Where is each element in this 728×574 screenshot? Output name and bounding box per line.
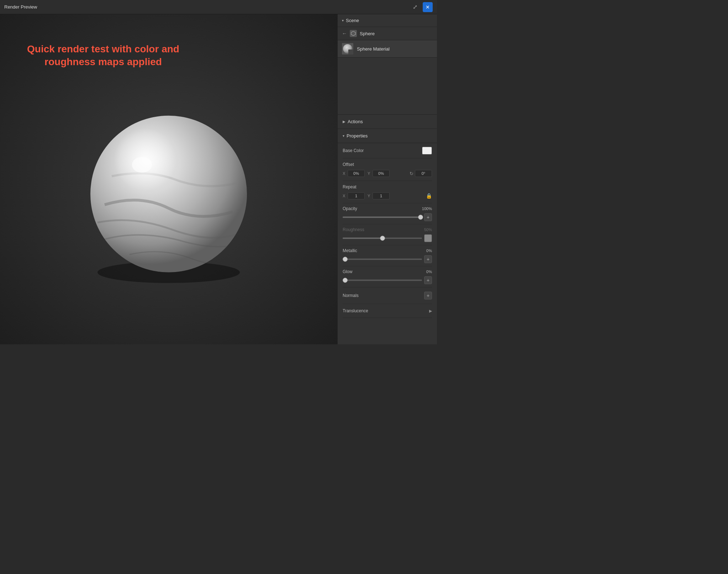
svg-point-7 bbox=[343, 44, 352, 53]
base-color-swatch[interactable] bbox=[422, 147, 432, 155]
roughness-slider[interactable] bbox=[343, 238, 422, 239]
scene-title: Scene bbox=[346, 18, 359, 23]
repeat-x-group: X 1 bbox=[343, 192, 365, 199]
sphere-container bbox=[76, 105, 261, 291]
scene-header[interactable]: ▾ Scene bbox=[338, 14, 437, 27]
repeat-y-input[interactable]: 1 bbox=[373, 192, 390, 199]
properties-title: Properties bbox=[347, 133, 368, 139]
base-color-label: Base Color bbox=[343, 148, 364, 153]
roughness-slider-container bbox=[343, 234, 432, 242]
material-thumbnail bbox=[342, 43, 353, 54]
opacity-value: 100% bbox=[422, 207, 432, 211]
offset-y-input[interactable]: 0% bbox=[373, 170, 390, 177]
spacer-area bbox=[338, 58, 437, 115]
glow-slider-container: + bbox=[343, 276, 432, 284]
glow-thumb[interactable] bbox=[343, 278, 348, 283]
offset-values: X 0% Y 0% ↻ 0° bbox=[343, 170, 432, 177]
rotate-icon: ↻ bbox=[410, 171, 413, 176]
normals-label: Normals bbox=[343, 293, 359, 298]
roughness-fill bbox=[343, 238, 383, 239]
scene-chevron-icon: ▾ bbox=[342, 19, 344, 22]
title-bar: Render Preview ⤢ ✕ bbox=[0, 0, 437, 14]
svg-point-9 bbox=[349, 50, 352, 53]
offset-x-input[interactable]: 0% bbox=[348, 170, 365, 177]
roughness-value: 50% bbox=[424, 228, 432, 232]
breadcrumb-label: Sphere bbox=[360, 31, 375, 36]
object-icon bbox=[350, 30, 357, 37]
repeat-y-group: Y 1 bbox=[368, 192, 390, 199]
repeat-label: Repeat bbox=[343, 184, 432, 189]
offset-x-axis-label: X bbox=[343, 171, 346, 176]
properties-section: ▾ Properties Base Color Offset X bbox=[338, 129, 437, 318]
right-panel: ▾ Scene ← Sphere bbox=[337, 14, 437, 344]
opacity-header: Opacity 100% bbox=[343, 206, 432, 211]
normals-row: Normals + bbox=[343, 287, 432, 304]
repeat-values: X 1 Y 1 🔒 bbox=[343, 192, 432, 199]
roughness-header: Roughness 50% bbox=[343, 227, 432, 232]
opacity-thumb[interactable] bbox=[418, 215, 423, 220]
metallic-thumb[interactable] bbox=[343, 257, 348, 262]
render-overlay-text: Quick render test with color and roughne… bbox=[14, 43, 192, 69]
glow-value: 0% bbox=[426, 270, 432, 274]
opacity-slider[interactable] bbox=[343, 216, 422, 218]
metallic-row: Metallic 0% + bbox=[343, 245, 432, 266]
opacity-label: Opacity bbox=[343, 206, 357, 211]
metallic-label: Metallic bbox=[343, 248, 357, 253]
lock-icon[interactable]: 🔒 bbox=[426, 193, 432, 199]
repeat-x-input[interactable]: 1 bbox=[348, 192, 365, 199]
metallic-slider-container: + bbox=[343, 255, 432, 263]
rotate-group: ↻ 0° bbox=[410, 170, 432, 177]
svg-marker-5 bbox=[351, 31, 355, 36]
translucence-chevron-icon: ▶ bbox=[429, 309, 432, 313]
properties-header[interactable]: ▾ Properties bbox=[338, 129, 437, 143]
glow-slider[interactable] bbox=[343, 280, 422, 281]
window-title: Render Preview bbox=[4, 4, 37, 10]
svg-rect-8 bbox=[348, 49, 353, 54]
minimize-button[interactable]: ⤢ bbox=[410, 2, 420, 12]
roughness-row: Roughness 50% bbox=[343, 224, 432, 245]
rotate-input[interactable]: 0° bbox=[415, 170, 432, 177]
translucence-label: Translucence bbox=[343, 308, 368, 313]
base-color-row: Base Color bbox=[343, 143, 432, 158]
translucence-row: Translucence ▶ bbox=[343, 304, 432, 318]
glow-label: Glow bbox=[343, 269, 352, 274]
minimize-icon: ⤢ bbox=[413, 4, 417, 10]
metallic-value: 0% bbox=[426, 249, 432, 253]
roughness-swatch-button[interactable] bbox=[424, 234, 432, 242]
glow-row: Glow 0% + bbox=[343, 266, 432, 287]
glow-header: Glow 0% bbox=[343, 269, 432, 274]
actions-section[interactable]: ▶ Actions bbox=[338, 115, 437, 129]
roughness-thumb[interactable] bbox=[380, 236, 385, 241]
opacity-slider-container: + bbox=[343, 213, 432, 221]
roughness-label: Roughness bbox=[343, 227, 364, 232]
offset-y-group: Y 0% bbox=[368, 170, 390, 177]
render-area: Quick render test with color and roughne… bbox=[0, 14, 337, 344]
material-name: Sphere Material bbox=[357, 46, 390, 52]
opacity-add-button[interactable]: + bbox=[424, 213, 432, 221]
repeat-x-axis-label: X bbox=[343, 194, 346, 198]
actions-chevron-icon: ▶ bbox=[343, 120, 345, 124]
metallic-slider[interactable] bbox=[343, 259, 422, 260]
properties-chevron-icon: ▾ bbox=[343, 134, 344, 138]
metallic-add-button[interactable]: + bbox=[424, 255, 432, 263]
svg-point-3 bbox=[90, 115, 247, 272]
normals-add-button[interactable]: + bbox=[424, 292, 432, 299]
offset-y-axis-label: Y bbox=[368, 171, 371, 176]
back-button[interactable]: ← bbox=[342, 31, 347, 36]
actions-title: Actions bbox=[348, 119, 363, 124]
window-controls: ⤢ ✕ bbox=[410, 2, 433, 12]
opacity-fill bbox=[343, 216, 421, 218]
breadcrumb: ← Sphere bbox=[338, 27, 437, 40]
offset-section: Offset X 0% Y 0% ↻ 0° bbox=[343, 158, 432, 181]
metallic-header: Metallic 0% bbox=[343, 248, 432, 253]
close-icon: ✕ bbox=[426, 4, 430, 10]
repeat-y-axis-label: Y bbox=[368, 194, 371, 198]
offset-x-group: X 0% bbox=[343, 170, 365, 177]
glow-add-button[interactable]: + bbox=[424, 276, 432, 284]
close-button[interactable]: ✕ bbox=[423, 2, 433, 12]
svg-point-10 bbox=[350, 51, 351, 52]
material-row[interactable]: Sphere Material bbox=[338, 40, 437, 58]
properties-content: Base Color Offset X 0% Y bbox=[338, 143, 437, 318]
offset-label: Offset bbox=[343, 162, 354, 167]
repeat-section: Repeat X 1 Y 1 🔒 bbox=[343, 181, 432, 203]
